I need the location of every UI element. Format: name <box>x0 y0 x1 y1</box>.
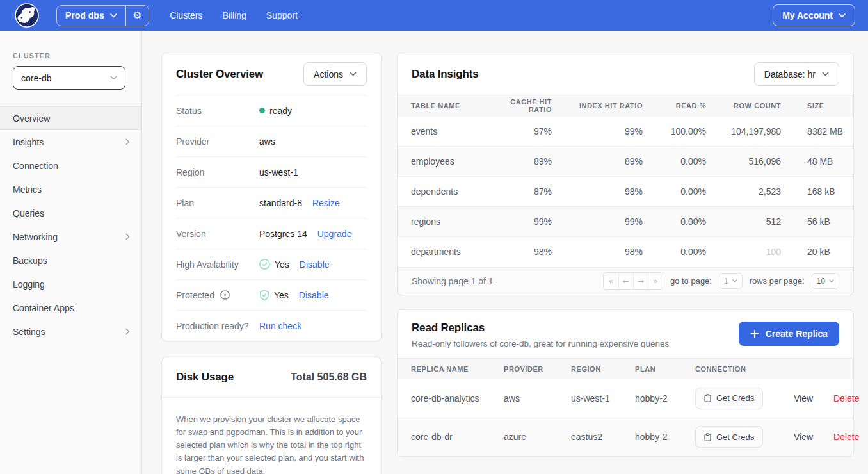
col-actions-spacer <box>833 358 853 379</box>
sidebar-item-label: Container Apps <box>13 303 74 313</box>
table-row[interactable]: events 97% 99% 100.00% 104,197,980 8382 … <box>398 117 853 147</box>
primary-nav: Clusters Billing Support <box>170 10 298 20</box>
ha-disable-link[interactable]: Disable <box>300 259 330 270</box>
chevron-down-icon <box>822 72 829 76</box>
get-creds-button[interactable]: Get Creds <box>695 426 763 448</box>
chevron-down-icon <box>110 76 117 80</box>
sidebar-item-label: Queries <box>13 208 44 218</box>
cluster-section-label: CLUSTER <box>0 52 141 60</box>
cell-row-count: 2,523 <box>706 177 781 207</box>
last-page-button[interactable]: » <box>648 273 663 289</box>
cluster-select[interactable]: core-db <box>13 66 125 90</box>
protected-disable-link[interactable]: Disable <box>299 290 329 300</box>
sidebar-item-logging[interactable]: Logging <box>0 272 141 296</box>
cell-read: 0.00% <box>643 237 706 267</box>
read-replicas-table: REPLICA NAME PROVIDER REGION PLAN CONNEC… <box>398 358 853 457</box>
disk-usage-card: Disk Usage Total 505.68 GB When we provi… <box>161 357 382 474</box>
sidebar-item-label: Connection <box>13 161 58 171</box>
sidebar-item-insights[interactable]: Insights <box>0 130 141 154</box>
sidebar: CLUSTER core-db Overview Insights Connec… <box>0 31 142 474</box>
col-provider: PROVIDER <box>504 358 571 379</box>
org-settings-button[interactable]: ⚙ <box>125 6 149 26</box>
overview-row-region: Region us-west-1 <box>176 156 367 187</box>
page-select-value: 1 <box>724 277 728 286</box>
view-link[interactable]: View <box>794 432 813 442</box>
actions-button[interactable]: Actions <box>303 62 367 86</box>
chevron-down-icon <box>829 279 834 282</box>
table-row[interactable]: dependents 87% 98% 0.00% 2,523 168 kB <box>398 177 853 207</box>
sidebar-item-container-apps[interactable]: Container Apps <box>0 296 141 320</box>
delete-link[interactable]: Delete <box>833 393 859 404</box>
chevron-down-icon <box>350 72 357 76</box>
first-page-button[interactable]: « <box>604 273 618 289</box>
view-link[interactable]: View <box>794 393 813 404</box>
cell-index: 98% <box>552 177 643 207</box>
nav-link-support[interactable]: Support <box>266 10 298 20</box>
go-to-page-select[interactable]: 1 <box>719 273 743 289</box>
first-page-icon: « <box>609 277 613 286</box>
cell-plan: hobby-2 <box>635 418 695 456</box>
database-select-value: Database: hr <box>764 69 816 79</box>
sidebar-item-overview[interactable]: Overview <box>0 106 141 130</box>
col-table-name: TABLE NAME <box>398 95 488 117</box>
get-creds-button[interactable]: Get Creds <box>695 388 763 409</box>
sidebar-item-queries[interactable]: Queries <box>0 201 141 225</box>
app-logo[interactable] <box>15 3 39 28</box>
chevron-down-icon <box>732 279 737 282</box>
sidebar-item-settings[interactable]: Settings <box>0 320 141 343</box>
cell-row-count: 516,096 <box>706 147 781 177</box>
table-row[interactable]: departments 98% 98% 0.00% 100 20 kB <box>398 237 853 267</box>
next-page-icon: → <box>638 277 644 286</box>
nav-link-billing[interactable]: Billing <box>222 10 246 20</box>
mascot-logo-icon <box>15 3 39 28</box>
cell-read: 0.00% <box>643 177 706 207</box>
col-row-count: ROW COUNT <box>706 95 781 117</box>
sidebar-item-backups[interactable]: Backups <box>0 249 141 272</box>
nav-link-clusters[interactable]: Clusters <box>170 10 202 20</box>
cell-row-count: 100 <box>706 237 781 267</box>
next-page-button[interactable]: → <box>633 273 648 289</box>
plan-value: standard-8 <box>259 198 302 208</box>
delete-link[interactable]: Delete <box>833 432 859 442</box>
col-replica-name: REPLICA NAME <box>398 358 504 379</box>
cell-cache: 99% <box>488 207 552 237</box>
cell-index: 89% <box>552 147 643 177</box>
info-icon[interactable] <box>220 290 230 300</box>
prev-page-button[interactable]: ← <box>618 273 633 289</box>
create-replica-button[interactable]: Create Replica <box>739 322 839 346</box>
read-replicas-subtitle: Read-only followers of core-db, great fo… <box>412 339 669 348</box>
overview-row-protected: Protected Yes <box>176 279 367 310</box>
create-replica-label: Create Replica <box>766 329 828 339</box>
cell-cache: 87% <box>488 177 552 207</box>
prev-page-icon: ← <box>623 277 629 286</box>
resize-link[interactable]: Resize <box>312 198 340 208</box>
overview-row-version: Version Postgres 14 Upgrade <box>176 218 367 249</box>
sidebar-item-label: Insights <box>13 137 44 147</box>
status-value: ready <box>269 106 292 116</box>
col-actions-spacer <box>794 358 833 379</box>
my-account-button[interactable]: My Account <box>773 4 855 26</box>
sidebar-item-networking[interactable]: Networking <box>0 225 141 249</box>
chevron-right-icon <box>125 233 130 240</box>
data-insights-card: Data Insights Database: hr TABLE NAME CA… <box>397 53 854 295</box>
check-circle-icon <box>259 259 270 270</box>
shield-check-icon <box>259 290 269 301</box>
org-dropdown-button[interactable]: Prod dbs <box>57 6 125 26</box>
table-row[interactable]: regions 99% 99% 0.00% 512 56 kB <box>398 207 853 237</box>
clipboard-icon <box>704 394 711 402</box>
sidebar-item-metrics[interactable]: Metrics <box>0 177 141 201</box>
upgrade-link[interactable]: Upgrade <box>317 229 352 239</box>
cluster-overview-card: Cluster Overview Actions Status ready <box>161 53 382 341</box>
row-label: Provider <box>176 136 259 147</box>
rows-per-page-select[interactable]: 10 <box>812 273 839 289</box>
cell-plan: hobby-2 <box>635 379 695 418</box>
run-check-link[interactable]: Run check <box>259 321 301 331</box>
overview-row-production-ready: Production ready? Run check <box>176 310 367 341</box>
actions-label: Actions <box>314 69 343 79</box>
database-select[interactable]: Database: hr <box>754 62 839 86</box>
cell-row-count: 104,197,980 <box>706 117 781 147</box>
protected-value: Yes <box>274 290 289 300</box>
col-size: SIZE <box>781 95 853 117</box>
sidebar-item-connection[interactable]: Connection <box>0 154 141 177</box>
table-row[interactable]: employees 89% 89% 0.00% 516,096 48 MB <box>398 147 853 177</box>
